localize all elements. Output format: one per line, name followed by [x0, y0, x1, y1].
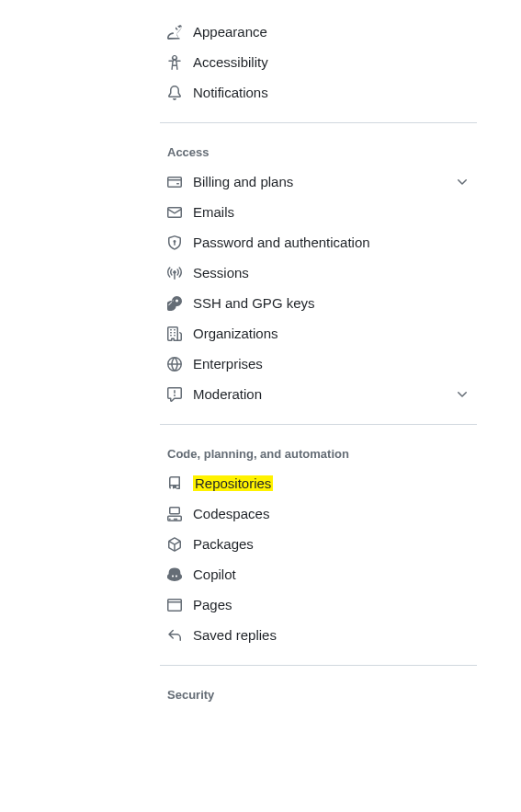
codespaces-icon [167, 507, 182, 521]
sidebar-item-label: Notifications [193, 85, 470, 100]
highlighted-text: Repositories [193, 475, 273, 491]
sidebar-item-label: Enterprises [193, 356, 470, 372]
sidebar-item-appearance[interactable]: Appearance [160, 17, 477, 47]
sidebar-item-label: Appearance [193, 24, 470, 40]
sidebar-item-repositories[interactable]: Repositories [160, 468, 477, 498]
report-icon [167, 387, 182, 402]
sidebar-item-organizations[interactable]: Organizations [160, 318, 477, 349]
sidebar-item-saved-replies[interactable]: Saved replies [160, 620, 477, 650]
sidebar-item-label: Packages [193, 536, 470, 552]
sidebar-item-ssh[interactable]: SSH and GPG keys [160, 288, 477, 318]
sidebar-item-label: Password and authentication [193, 234, 470, 250]
sidebar-item-label: SSH and GPG keys [193, 295, 470, 311]
section-header-security: Security [160, 679, 477, 709]
sidebar-item-packages[interactable]: Packages [160, 529, 477, 559]
package-icon [167, 537, 182, 552]
chevron-down-icon [455, 175, 470, 189]
sidebar-item-label: Organizations [193, 326, 470, 341]
key-icon [167, 296, 182, 311]
sidebar-item-label: Emails [193, 204, 470, 220]
section-header-access: Access [160, 136, 477, 166]
sidebar-item-notifications[interactable]: Notifications [160, 77, 477, 108]
credit-card-icon [167, 175, 182, 189]
globe-icon [167, 357, 182, 372]
sidebar-item-copilot[interactable]: Copilot [160, 559, 477, 589]
sidebar-item-label: Saved replies [193, 627, 470, 643]
sidebar-item-label: Moderation [193, 386, 455, 402]
sidebar-item-accessibility[interactable]: Accessibility [160, 47, 477, 77]
sidebar-item-sessions[interactable]: Sessions [160, 257, 477, 288]
sidebar-item-label: Accessibility [193, 54, 470, 70]
sidebar-item-label: Pages [193, 597, 470, 612]
section-header-code: Code, planning, and automation [160, 438, 477, 468]
sidebar-item-label: Copilot [193, 566, 470, 582]
sidebar-item-moderation[interactable]: Moderation [160, 379, 477, 409]
organization-icon [167, 326, 182, 341]
bell-icon [167, 86, 182, 100]
divider [160, 122, 477, 123]
reply-icon [167, 628, 182, 643]
settings-sidebar: Appearance Accessibility Notifications A… [160, 17, 477, 709]
shield-lock-icon [167, 235, 182, 250]
broadcast-icon [167, 266, 182, 280]
accessibility-icon [167, 55, 182, 70]
sidebar-item-label: Sessions [193, 265, 470, 280]
divider [160, 665, 477, 666]
browser-icon [167, 598, 182, 612]
paintbrush-icon [167, 25, 182, 40]
divider [160, 424, 477, 425]
chevron-down-icon [455, 387, 470, 402]
sidebar-item-billing[interactable]: Billing and plans [160, 166, 477, 197]
sidebar-item-label: Billing and plans [193, 174, 455, 189]
repo-icon [167, 476, 182, 491]
mail-icon [167, 205, 182, 220]
sidebar-item-password[interactable]: Password and authentication [160, 227, 477, 257]
sidebar-item-enterprises[interactable]: Enterprises [160, 349, 477, 379]
sidebar-item-emails[interactable]: Emails [160, 197, 477, 227]
sidebar-item-label: Codespaces [193, 506, 470, 521]
sidebar-item-pages[interactable]: Pages [160, 589, 477, 620]
sidebar-item-codespaces[interactable]: Codespaces [160, 498, 477, 529]
sidebar-item-label: Repositories [193, 475, 470, 491]
copilot-icon [167, 567, 182, 582]
